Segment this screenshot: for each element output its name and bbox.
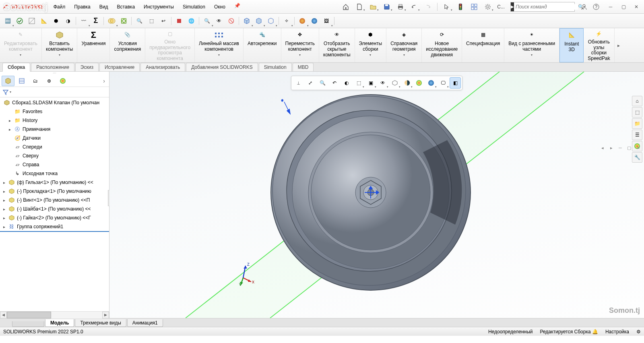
- tab-evaluate[interactable]: Исправление: [99, 63, 140, 71]
- tb2-zoomarea-icon[interactable]: ⬚: [145, 15, 157, 27]
- new-button[interactable]: ▾: [353, 2, 365, 12]
- motion-tab-anim-bar[interactable]: [12, 321, 44, 327]
- tb2-section-icon[interactable]: ◑: [62, 15, 74, 27]
- motion-tab-model[interactable]: Модель: [45, 319, 74, 327]
- ribbon-equations[interactable]: ΣУравнения: [77, 28, 110, 62]
- traffic-light-icon[interactable]: [454, 2, 466, 12]
- status-customize[interactable]: Настройка: [605, 329, 629, 335]
- tb2-zoomfit-icon[interactable]: 🔍: [133, 15, 145, 27]
- ribbon-smart-fasteners[interactable]: 🔩Автокрепежи: [244, 28, 281, 62]
- open-button[interactable]: ▾: [367, 2, 379, 12]
- menu-edit[interactable]: Правка: [70, 2, 95, 11]
- minimize-button[interactable]: ─: [605, 2, 616, 12]
- tab-assembly[interactable]: Сборка: [2, 63, 30, 72]
- task-explorer[interactable]: 📁: [632, 118, 642, 129]
- tb2-globe-icon[interactable]: 🌐: [185, 15, 197, 27]
- sidebar-scrollbar[interactable]: ◀ ▶: [0, 311, 109, 318]
- hud-view-orient[interactable]: ⬚▾: [353, 77, 364, 89]
- view-triad[interactable]: x y z: [234, 262, 254, 286]
- task-library[interactable]: ⬚: [632, 107, 642, 118]
- select-button[interactable]: ▾: [441, 2, 453, 12]
- print-button[interactable]: ▾: [394, 2, 407, 12]
- ribbon-speedpak[interactable]: ⚡Обновить узлы сборки SpeedPak: [584, 28, 614, 62]
- pin-icon[interactable]: 📌: [234, 2, 241, 9]
- tree-sensors[interactable]: 🧭Датчики: [0, 134, 109, 143]
- tb2-hide-icon[interactable]: 🚫: [225, 15, 237, 27]
- tab-addins[interactable]: Добавления SOLIDWORKS: [186, 63, 258, 71]
- motion-tab-anim1[interactable]: Анимация1: [127, 319, 163, 327]
- search-box[interactable]: ▶ 🔍 ▾: [510, 2, 575, 12]
- tree-part-gaika[interactable]: ▸(-) Гайка<2> (По умолчанию) <<Г: [0, 213, 109, 222]
- doc-maximize[interactable]: ▢: [625, 144, 633, 151]
- config-tab[interactable]: 🗂: [29, 76, 42, 86]
- tb2-search-icon[interactable]: 🔍▾: [201, 15, 213, 27]
- tree-filter[interactable]: ▾: [0, 87, 109, 97]
- menu-window[interactable]: Окно: [210, 2, 229, 11]
- hud-appearance[interactable]: [413, 77, 425, 89]
- save-button[interactable]: ▾: [381, 2, 393, 12]
- ribbon-assembly-features[interactable]: ⬢Элементы сборки▾: [355, 28, 387, 62]
- ribbon-show-hidden[interactable]: 👁Отобразить скрытые компоненты: [319, 28, 355, 62]
- search-input[interactable]: [514, 4, 578, 10]
- scroll-left[interactable]: ◀: [0, 312, 7, 318]
- motion-tab-3dviews[interactable]: Трехмерные виды: [75, 319, 126, 327]
- menu-tools[interactable]: Инструменты: [140, 2, 178, 11]
- scroll-thumb[interactable]: [7, 312, 51, 318]
- property-tab[interactable]: [15, 76, 28, 86]
- help-icon[interactable]: ?: [590, 2, 602, 12]
- close-button[interactable]: ✕: [631, 2, 642, 12]
- menu-insert[interactable]: Вставка: [113, 2, 139, 11]
- task-custom[interactable]: 🔧: [632, 152, 642, 163]
- ribbon-exploded-view[interactable]: ✴Вид с разнесенными частями▾: [504, 28, 559, 62]
- hud-section[interactable]: ◐: [341, 77, 352, 89]
- tb2-prev-view-icon[interactable]: ↩: [157, 15, 169, 27]
- ribbon-mates[interactable]: 📎Условия сопряжения: [110, 28, 145, 62]
- tree-root[interactable]: Сборка1.SLDASM Клапан (По умолчан: [0, 98, 109, 107]
- scroll-right[interactable]: ▶: [102, 312, 109, 318]
- tb2-axis-icon[interactable]: ✧▾: [281, 15, 293, 27]
- hud-zoom-fit[interactable]: ⤢: [305, 77, 316, 89]
- ribbon-move-component[interactable]: ✥Переместить компонент▾: [281, 28, 320, 62]
- tree-history[interactable]: ▸📁History: [0, 116, 109, 125]
- maximize-button[interactable]: ▢: [618, 2, 629, 12]
- hud-normal-to[interactable]: ⟂: [293, 77, 304, 89]
- tb2-box3-icon[interactable]: ▾: [265, 15, 277, 27]
- tb2-box2-icon[interactable]: ▾: [253, 15, 265, 27]
- display-tab[interactable]: [56, 76, 69, 86]
- menu-view[interactable]: Вид: [95, 2, 112, 11]
- hud-prev-view[interactable]: ↶: [329, 77, 340, 89]
- dim-tab[interactable]: ⊕: [43, 76, 56, 86]
- tb2-show-icon[interactable]: 👁: [213, 15, 225, 27]
- task-view-palette[interactable]: ☰: [632, 130, 642, 140]
- ribbon-linear-pattern[interactable]: Линейный массив компонентов▾: [195, 28, 244, 62]
- 3d-viewport[interactable]: * x y z ⟂ ⤢ 🔍 ↶ ◐ ⬚▾ ▣▾ 👁▾ ▾ 🌗▾ ▾ 🖵▾: [109, 72, 644, 318]
- menu-simulation[interactable]: Simulation: [179, 2, 209, 11]
- tree-front-plane[interactable]: ▱Спереди: [0, 143, 109, 151]
- tab-analyze[interactable]: Анализировать: [140, 63, 185, 71]
- tree-favorites[interactable]: 📁Favorites: [0, 107, 109, 116]
- status-gear-icon[interactable]: ⚙: [636, 329, 641, 335]
- hud-render[interactable]: ▾: [425, 77, 437, 89]
- sidebar-handle[interactable]: ⋯: [0, 72, 109, 75]
- tb2-measure-icon[interactable]: 📐: [38, 15, 50, 27]
- tree-annotations[interactable]: ▸ⒶПримечания: [0, 125, 109, 134]
- tb2-box1-icon[interactable]: ▾: [241, 15, 253, 27]
- ribbon-reference-geom[interactable]: ◈Справочная геометрия▾: [386, 28, 422, 62]
- doc-prev[interactable]: ◂: [599, 144, 606, 151]
- tb2-decal-icon[interactable]: 🖼▾: [320, 15, 332, 27]
- tb2-abc-icon[interactable]: 🔤▾: [2, 15, 14, 27]
- user-icon[interactable]: [578, 2, 590, 12]
- tb2-appear2-icon[interactable]: [308, 15, 320, 27]
- tb2-mass-icon[interactable]: ⬢: [50, 15, 62, 27]
- tree-origin[interactable]: ↳Исходная точка: [0, 169, 109, 178]
- doc-close[interactable]: ✕: [634, 144, 642, 151]
- tree-part-vint[interactable]: ▸(-) Винт<1> (По умолчанию) <<П: [0, 196, 109, 205]
- task-home[interactable]: ⌂: [632, 96, 642, 106]
- ribbon-instant-3d[interactable]: 📐Instant 3D: [559, 28, 584, 62]
- tb2-eval-icon[interactable]: [14, 15, 26, 27]
- ribbon-more[interactable]: ▸: [615, 28, 623, 62]
- tb2-clearance-icon[interactable]: ❎: [118, 15, 130, 27]
- tb2-interfere-icon[interactable]: ▾: [105, 15, 118, 27]
- tab-mbd[interactable]: MBD: [293, 63, 314, 71]
- tree-part-prokladka[interactable]: ▸(-) Прокладка<1> (По умолчанию: [0, 187, 109, 196]
